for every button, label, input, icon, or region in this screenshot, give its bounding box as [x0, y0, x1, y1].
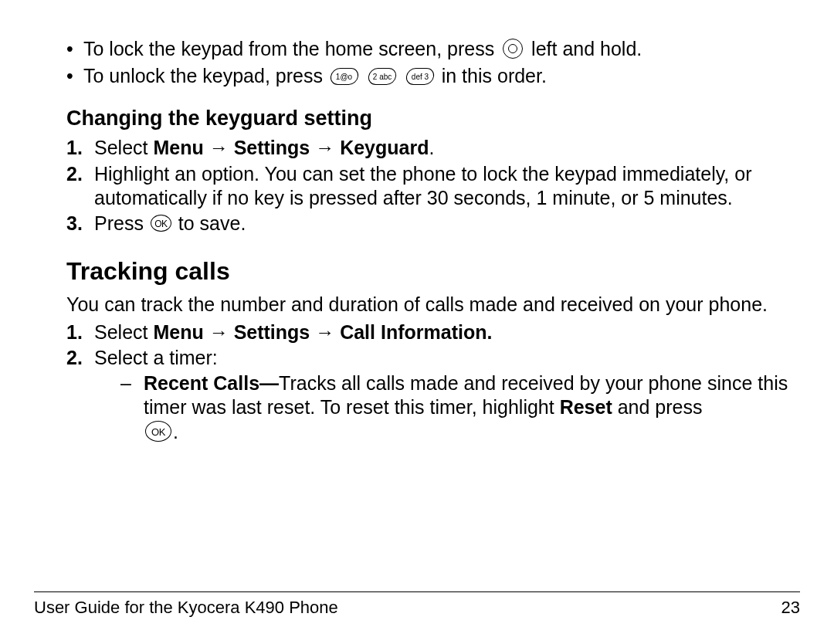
menu-path-settings: Settings — [234, 321, 310, 343]
step-text: Select a timer: — [94, 346, 800, 370]
bullet-text: To unlock the keypad, press 1@o 2 abc de… — [83, 64, 800, 88]
keyguard-step-2: 2. Highlight an option. You can set the … — [34, 162, 800, 211]
reset-label: Reset — [560, 396, 612, 418]
keyguard-step-1: 1. Select Menu → Settings → Keyguard. — [34, 136, 800, 160]
page-footer: User Guide for the Kyocera K490 Phone 23 — [34, 591, 800, 619]
list-number: 2. — [66, 162, 94, 186]
key-3-icon: def 3 — [405, 68, 435, 85]
recent-calls-label: Recent Calls— — [144, 372, 279, 394]
footer-page-number: 23 — [781, 597, 800, 619]
tracking-step-1: 1. Select Menu → Settings → Call Informa… — [34, 320, 800, 344]
tracking-body-text: You can track the number and duration of… — [34, 293, 800, 317]
tracking-step-2: 2. Select a timer: — [34, 346, 800, 370]
step-text: Press OK to save. — [94, 212, 800, 236]
bullet-dot: • — [66, 37, 83, 61]
text: . — [173, 421, 178, 442]
keyguard-step-3: 3. Press OK to save. — [34, 212, 800, 236]
list-number: 3. — [66, 212, 94, 236]
bullet-dot: • — [66, 64, 83, 88]
arrow-icon: → — [204, 137, 234, 158]
subitem-text: Recent Calls—Tracks all calls made and r… — [144, 371, 800, 444]
menu-path-menu: Menu — [153, 137, 203, 158]
menu-path-call-info: Call Information. — [340, 321, 492, 343]
text: to save. — [173, 212, 246, 234]
list-number: 2. — [66, 346, 94, 370]
list-number: 1. — [66, 320, 94, 344]
arrow-icon: → — [310, 321, 340, 343]
text: . — [429, 137, 434, 158]
menu-path-keyguard: Keyguard — [340, 137, 429, 158]
step-text: Select Menu → Settings → Keyguard. — [94, 136, 800, 160]
ok-key-icon: OK — [145, 421, 171, 442]
bullet-lock-keypad: • To lock the keypad from the home scree… — [34, 37, 800, 61]
step-text: Highlight an option. You can set the pho… — [94, 162, 800, 211]
heading-keyguard-setting: Changing the keyguard setting — [34, 106, 800, 132]
step-text: Select Menu → Settings → Call Informatio… — [94, 320, 800, 344]
text: and press — [612, 396, 703, 418]
nav-ring-icon — [503, 39, 523, 59]
text: in this order. — [442, 65, 547, 86]
ok-key-icon: OK — [151, 215, 171, 232]
footer-doc-title: User Guide for the Kyocera K490 Phone — [34, 597, 338, 619]
bullet-text: To lock the keypad from the home screen,… — [83, 37, 800, 61]
key-2-icon: 2 abc — [367, 68, 397, 85]
text: left and hold. — [531, 38, 642, 59]
dash-bullet: – — [120, 371, 144, 395]
text: Press — [94, 212, 149, 234]
text: To lock the keypad from the home screen,… — [83, 38, 500, 59]
list-number: 1. — [66, 136, 94, 160]
bullet-unlock-keypad: • To unlock the keypad, press 1@o 2 abc … — [34, 64, 800, 88]
menu-path-settings: Settings — [234, 137, 310, 158]
tracking-subitem-recent-calls: – Recent Calls—Tracks all calls made and… — [34, 371, 800, 444]
key-1-icon: 1@o — [329, 68, 359, 85]
text: Select — [94, 321, 153, 343]
menu-path-menu: Menu — [153, 321, 203, 343]
text: Select — [94, 137, 153, 158]
heading-tracking-calls: Tracking calls — [34, 256, 800, 286]
text: To unlock the keypad, press — [83, 65, 328, 86]
arrow-icon: → — [310, 137, 340, 158]
footer-rule — [34, 591, 800, 592]
arrow-icon: → — [204, 321, 234, 343]
